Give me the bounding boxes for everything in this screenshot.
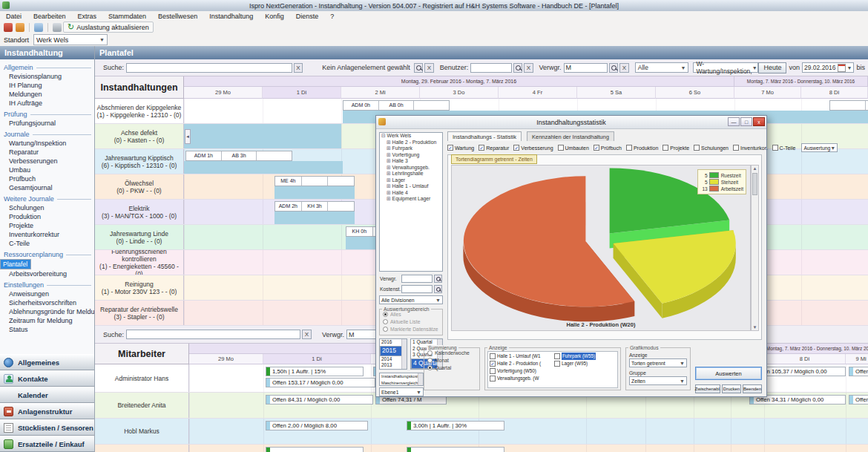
menu-[interactable]: ? <box>324 13 340 20</box>
clear-anlage-button[interactable]: X <box>424 63 433 73</box>
clear-search-button[interactable]: X <box>294 63 303 73</box>
menu-extras[interactable]: Extras <box>72 13 103 20</box>
clear-staff-search-button[interactable]: X <box>302 330 312 339</box>
tree-item-verwaltungsgeb[interactable]: ⊞ Verwaltungsgeb. <box>380 165 442 171</box>
capacity-bar[interactable]: Offen 153,17 / Möglich 0,00 <box>266 378 375 387</box>
gruppe-select[interactable]: Zeiten▼ <box>629 376 687 385</box>
filter-umbauten[interactable]: Umbauten <box>558 145 589 151</box>
tab-kennzahlen[interactable]: Kennzahlen der Instandhaltung <box>527 131 614 141</box>
nav-button-allgemeines[interactable]: Allgemeines <box>0 354 94 370</box>
nav-button-kalender[interactable]: Kalender <box>0 387 94 403</box>
toolbar-icon-red[interactable] <box>4 23 13 32</box>
auswerten-button[interactable]: Auswerten <box>695 367 762 380</box>
stat-maschinenvergleich[interactable]: Maschinenvergleich <box>380 380 423 387</box>
sidebar-item-gesamtjournal[interactable]: Gesamtjournal <box>0 183 94 192</box>
anzeige-lager-w95[interactable]: Lager (W95) <box>554 360 616 367</box>
menu-stammdaten[interactable]: Stammdaten <box>102 13 152 20</box>
dlg-verwgr-input[interactable] <box>401 275 433 283</box>
sidebar-item-ih-auftr-ge[interactable]: IH Aufträge <box>0 99 94 108</box>
nav-button-anlagenstruktur[interactable]: Anlagenstruktur <box>0 403 94 419</box>
capacity-bar[interactable] <box>407 447 504 452</box>
filter-verbesserung[interactable]: Verbesserung <box>513 145 553 151</box>
menu-konfig[interactable]: Konfig <box>259 13 290 20</box>
clear-verwgr-button[interactable]: X <box>619 63 628 73</box>
dialog-title-bar[interactable]: Instandhaltungsstatistik — □ x <box>376 116 766 129</box>
capacity-bar[interactable]: Offen 95,37 <box>849 367 868 376</box>
divisionen-select[interactable]: Alle Divisionen▼ <box>379 295 443 304</box>
bereich-option-aktuelle-liste[interactable]: Aktuelle Liste <box>383 319 442 324</box>
filter-pr-fbuch[interactable]: Prüfbuch <box>594 145 622 151</box>
tree-item-fuhrpark[interactable]: ⊞ Fuhrpark <box>380 145 442 152</box>
sidebar-item-meldungen[interactable]: Meldungen <box>0 90 94 99</box>
scroll-left-button[interactable]: ◄ <box>185 129 191 144</box>
capacity-bar[interactable]: Offen 24,31 <box>849 395 868 404</box>
task-bar[interactable]: ME 4h <box>274 176 355 186</box>
toolbar-icon-orange[interactable] <box>16 23 24 32</box>
folder-icon[interactable] <box>34 23 43 32</box>
tree-item-lager[interactable]: ⊞ Lager <box>380 177 442 184</box>
print-icon[interactable] <box>53 23 62 32</box>
search-icon[interactable] <box>434 275 442 283</box>
tree-root[interactable]: ⊟ Werk Wels <box>380 133 442 140</box>
tab-statistik[interactable]: Instandhaltungs - Statistik <box>447 131 522 141</box>
sidebar-item-pr-fbuch[interactable]: Prüfbuch <box>0 174 94 183</box>
heute-button[interactable]: Heute <box>758 62 786 73</box>
menu-bestellwesen[interactable]: Bestellwesen <box>152 13 203 20</box>
sidebar-item-inventurkorrektur[interactable]: Inventurkorrektur <box>0 230 94 239</box>
benutzer-input[interactable] <box>470 63 511 73</box>
staff-search-input[interactable] <box>126 330 300 339</box>
tree-item-halle-3[interactable]: ⊞ Halle 3 <box>380 158 442 165</box>
drucken-button[interactable]: Drucken <box>722 384 741 393</box>
torten-select[interactable]: Torten getrennt▼ <box>629 358 687 367</box>
sidebar-item-pr-fungsjournal[interactable]: Prüfungsjournal <box>0 119 94 128</box>
menu-dienste[interactable]: Dienste <box>290 13 325 20</box>
sidebar-item-verbesserungen[interactable]: Verbesserungen <box>0 157 94 166</box>
filter-reparatur[interactable]: Reparatur <box>479 145 509 151</box>
chart-tab[interactable]: Tortendiagramm getrennt - Zeiten <box>451 154 537 164</box>
filter-wartung[interactable]: Wartung <box>447 145 474 151</box>
task-bar[interactable]: ADM 0hAB 0h <box>343 100 450 111</box>
search-icon[interactable] <box>414 63 423 73</box>
anzeige-halle-2-produktion[interactable]: Halle 2 - Produktion ( <box>490 360 551 367</box>
summierung-kalenderwoche[interactable]: Kalenderwoche <box>427 350 479 356</box>
filter-projekte[interactable]: Projekte <box>662 145 689 151</box>
menu-datei[interactable]: Datei <box>0 13 27 20</box>
menu-instandhaltung[interactable]: Instandhaltung <box>203 13 259 20</box>
filter-produktion[interactable]: Produktion <box>626 145 658 151</box>
sidebar-item-c-teile[interactable]: C-Teile <box>0 239 94 248</box>
nav-button-kontakte[interactable]: Kontakte <box>0 370 94 387</box>
anzeige-verwaltungsgeb-w[interactable]: Verwaltungsgeb. (W <box>490 375 551 382</box>
tree-item-halle-4[interactable]: ⊞ Halle 4 <box>380 190 442 197</box>
capacity-bar[interactable]: Offen 2,00 / Möglich 8,00 <box>266 421 368 430</box>
sidebar-item-ih-planung[interactable]: IH Planung <box>0 81 94 90</box>
search-icon[interactable] <box>434 285 442 293</box>
task-bar[interactable]: ADM 1hAB 3h <box>185 151 292 161</box>
sidebar-item-anweisungen[interactable]: Anweisungen <box>0 289 94 298</box>
sidebar-item-revisionsplanung[interactable]: Revisionsplanung <box>0 72 94 81</box>
date-from-input[interactable]: 29.02.2016 ▼ <box>802 62 854 73</box>
filter-type-select[interactable]: W-Wartung/Inspektion,▼ <box>693 62 758 73</box>
sidebar-item-status[interactable]: Status <box>0 325 94 334</box>
task-bar[interactable]: ADM 2hKH 3h <box>274 201 355 212</box>
filter-alle-select[interactable]: Alle▼ <box>635 62 689 73</box>
sidebar-item-arbeitsvorbereitung[interactable]: Arbeitsvorbereitung <box>0 269 94 278</box>
clear-benutzer-button[interactable]: X <box>524 63 533 73</box>
stat-instandhaltungskosten[interactable]: Instandhaltungskosten <box>380 373 423 380</box>
dlg-kostenst-input[interactable] <box>401 285 433 293</box>
verwgr-input[interactable]: M <box>564 63 608 73</box>
tree-item-vorfertigung[interactable]: ⊞ Vorfertigung <box>380 152 442 159</box>
anzeige-vorfertigung-w50[interactable]: Vorfertigung (W50) <box>490 367 551 375</box>
sidebar-item-sicherheitsvorschriften[interactable]: Sicherheitsvorschriften <box>0 298 94 307</box>
search-icon[interactable] <box>513 63 522 73</box>
anzeige-halle-1-umlauf-w1[interactable]: Halle 1 - Umlauf (W1 <box>490 353 551 360</box>
sidebar-item-plantafel[interactable]: Plantafel <box>0 259 31 269</box>
filter-inventurkor[interactable]: Inventurkor. <box>733 145 768 151</box>
scroll-thumb[interactable] <box>752 173 757 195</box>
search-icon[interactable] <box>609 63 618 73</box>
ebene-select[interactable]: Ebene1▼ <box>379 387 424 396</box>
capacity-bar[interactable]: Offen 84,31 / Möglich 0,00 <box>266 395 373 404</box>
nav-button-st-cklisten-sensoren[interactable]: Stücklisten / Sensoren <box>0 419 94 436</box>
capacity-bar[interactable]: 1,50h | 1 Auftr. | 15% <box>266 367 364 376</box>
sidebar-item-projekte[interactable]: Projekte <box>0 221 94 230</box>
auswertung-select[interactable]: Auswertung▼ <box>801 143 838 152</box>
